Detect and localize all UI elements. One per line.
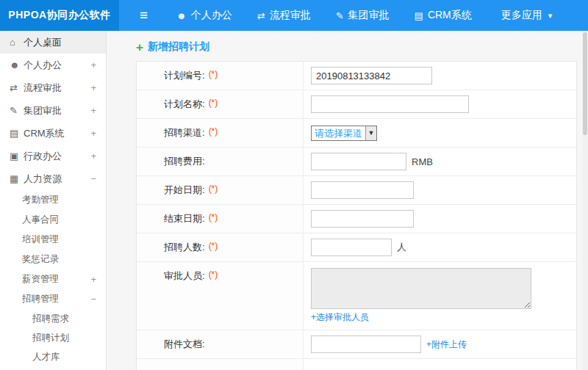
expand-toggle-icon[interactable]: +	[90, 105, 96, 116]
sidebar-item-icon: ⌂	[10, 37, 24, 48]
required-mark: (*)	[209, 212, 218, 222]
field-value: HTML ↶ ↷ ▤	[304, 359, 588, 370]
required-mark: (*)	[209, 241, 218, 251]
sidebar-item-training[interactable]: 培训管理	[0, 230, 106, 250]
nav-item-label: 集团审批	[348, 9, 390, 22]
sidebar-item-label: 奖惩记录	[22, 253, 106, 266]
plan-name-input[interactable]	[311, 95, 469, 113]
nav-more-apps[interactable]: 更多应用 ▾	[484, 0, 565, 31]
required-mark: (*)	[209, 69, 218, 79]
form-row: 开始日期: (*)	[137, 176, 576, 205]
plan-no-input[interactable]	[311, 67, 432, 84]
sidebar-item-process-approval[interactable]: ⇄ 流程审批 +	[0, 76, 106, 99]
sidebar-item-icon: ▦	[10, 173, 24, 184]
page-scrollbar[interactable]	[582, 31, 588, 370]
app-window: PHPOA协同办公软件 ≡ ☻ 个人办公 ⇄ 流程审批 ✎ 集团审批	[0, 0, 588, 370]
field-label-text: 招聘渠道:	[164, 126, 205, 139]
channel-select[interactable]: 请选择渠道 ▼	[311, 126, 377, 141]
sidebar-item-personal-office[interactable]: ☻ 个人办公 +	[0, 54, 106, 76]
sidebar-item-recruitment[interactable]: 招聘管理 −	[0, 289, 106, 309]
field-label: 开始日期: (*)	[137, 176, 304, 204]
nav-item-icon: ⇄	[257, 10, 265, 21]
form-row: 附件文档: +附件上传	[137, 330, 576, 359]
fee-input[interactable]	[311, 153, 406, 170]
sidebar-item-personal-desktop[interactable]: ⌂ 个人桌面	[0, 31, 106, 54]
nav-item-icon: ☻	[176, 10, 187, 21]
field-value: 人	[304, 233, 576, 261]
expand-toggle-icon[interactable]: +	[90, 274, 96, 285]
page-title: + 新增招聘计划	[136, 40, 577, 54]
approvers-textarea[interactable]	[311, 268, 531, 309]
chevron-down-icon: ▾	[548, 11, 553, 21]
nav-item-label: 流程审批	[270, 9, 311, 22]
main-content: + 新增招聘计划 计划编号: (*) 计划名称: (*)	[107, 31, 588, 370]
field-label-text: 招聘人数:	[164, 241, 205, 254]
field-label: 招聘渠道: (*)	[137, 119, 304, 147]
field-value: +附件上传	[304, 330, 576, 358]
required-mark: (*)	[209, 269, 218, 280]
field-label-text: 附件文档:	[164, 338, 205, 351]
form-row: 结束日期: (*)	[137, 205, 576, 233]
nav-crm-system[interactable]: ▤ CRM系统	[402, 0, 484, 31]
field-label-text: 计划编号:	[164, 69, 205, 82]
nav-item-icon: ✎	[336, 10, 344, 21]
nav-process-approval[interactable]: ⇄ 流程审批	[245, 0, 323, 31]
field-value: +选择审批人员	[304, 262, 576, 330]
channel-select-value: 请选择渠道	[312, 126, 365, 140]
scrollbar-thumb[interactable]	[583, 32, 587, 135]
nav-personal-office[interactable]: ☻ 个人办公	[164, 0, 245, 31]
form-row: 招聘人数: (*) 人	[137, 233, 576, 262]
end-date-input[interactable]	[311, 210, 414, 228]
sidebar-item-label: 考勤管理	[22, 194, 106, 206]
field-label: 结束日期: (*)	[137, 205, 304, 233]
nav-item-label: 更多应用	[501, 9, 542, 22]
sidebar-item-hr-contract[interactable]: 人事合同	[0, 210, 106, 230]
field-label	[137, 359, 304, 370]
form-row: 审批人员: (*) +选择审批人员	[137, 262, 576, 330]
expand-toggle-icon[interactable]: +	[90, 59, 96, 70]
sidebar-item-reward-punishment[interactable]: 奖惩记录	[0, 250, 106, 269]
headcount-input[interactable]	[311, 239, 392, 256]
sidebar-item-crm-system[interactable]: ▤ CRM系统 +	[0, 122, 106, 145]
start-date-input[interactable]	[311, 181, 414, 199]
field-value	[304, 62, 576, 90]
attachment-input[interactable]	[311, 335, 421, 353]
sidebar-item-recruit-plan[interactable]: 招聘计划	[0, 328, 106, 347]
field-label-text: 计划名称:	[164, 98, 205, 111]
expand-toggle-icon[interactable]: +	[90, 82, 96, 93]
nav-group-approval[interactable]: ✎ 集团审批	[323, 0, 402, 31]
field-value	[304, 205, 576, 233]
sidebar-item-human-resources[interactable]: ▦ 人力资源 −	[0, 167, 106, 190]
required-mark: (*)	[209, 126, 218, 137]
sidebar-item-group-approval[interactable]: ✎ 集团审批 +	[0, 99, 106, 122]
expand-toggle-icon[interactable]: −	[90, 173, 96, 184]
attachment-upload-link[interactable]: +附件上传	[426, 338, 467, 351]
expand-toggle-icon[interactable]: +	[90, 150, 96, 162]
required-mark: (*)	[209, 98, 218, 108]
currency-label: RMB	[412, 156, 433, 167]
sidebar-item-recruit-demand[interactable]: 招聘需求	[0, 309, 106, 328]
sidebar-item-admin-office[interactable]: ▣ 行政办公 +	[0, 145, 106, 167]
chevron-down-icon: ▼	[365, 126, 376, 140]
sidebar-item-label: 人事合同	[22, 214, 106, 226]
select-approver-link[interactable]: +选择审批人员	[311, 311, 369, 324]
field-label: 招聘费用:	[137, 148, 304, 175]
sidebar: ⌂ 个人桌面 ☻ 个人办公 + ⇄ 流程审批 + ✎ 集团审批 +	[0, 31, 107, 370]
field-label: 附件文档:	[137, 330, 304, 358]
sidebar-item-attendance[interactable]: 考勤管理	[0, 190, 106, 210]
nav-item-label: 个人办公	[191, 9, 232, 22]
sidebar-item-talent-pool[interactable]: 人才库	[0, 347, 106, 366]
field-label: 审批人员: (*)	[137, 262, 304, 330]
expand-toggle-icon[interactable]: −	[90, 294, 96, 305]
topbar: PHPOA协同办公软件 ≡ ☻ 个人办公 ⇄ 流程审批 ✎ 集团审批	[0, 0, 588, 31]
sidebar-item-icon: ☻	[10, 59, 24, 70]
field-label-text: 招聘费用:	[164, 155, 205, 168]
sidebar-item-salary[interactable]: 薪资管理 +	[0, 269, 106, 289]
sidebar-item-label: 培训管理	[22, 233, 106, 246]
nav-item-label: CRM系统	[428, 9, 472, 22]
app-logo: PHPOA协同办公软件	[0, 0, 119, 31]
expand-toggle-icon[interactable]: +	[90, 128, 96, 139]
hamburger-menu-icon[interactable]: ≡	[140, 7, 148, 23]
form-row: HTML ↶ ↷ ▤	[137, 359, 576, 370]
nav-item-icon: ▤	[415, 10, 423, 21]
